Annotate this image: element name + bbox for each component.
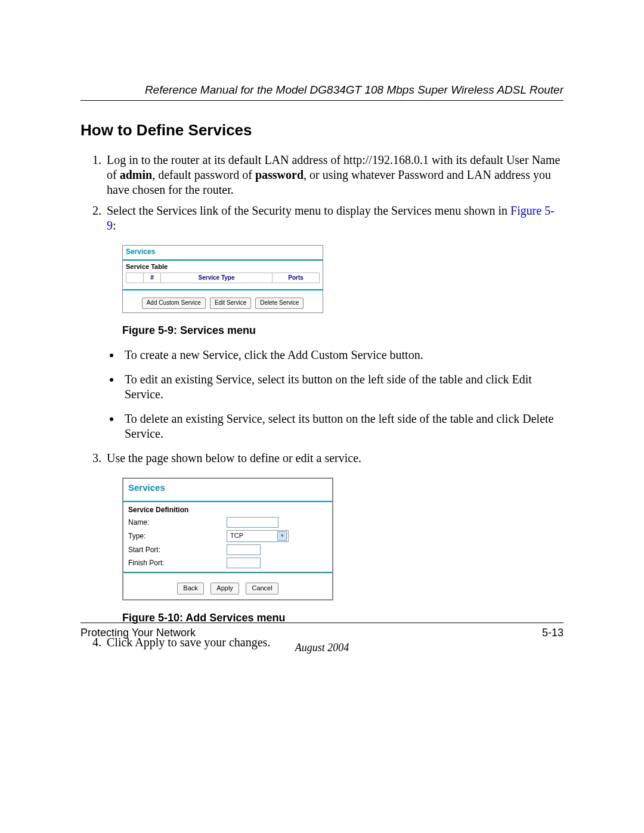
fig2-title: Services bbox=[123, 479, 332, 495]
chevron-down-icon: ▾ bbox=[277, 531, 287, 541]
fig2-row-start: Start Port: bbox=[123, 543, 332, 556]
step-3: Use the page shown below to define or ed… bbox=[104, 451, 564, 624]
bullet-1: To create a new Service, click the Add C… bbox=[121, 348, 564, 363]
type-select-value: TCP bbox=[230, 532, 243, 540]
fig2-label-start: Start Port: bbox=[128, 546, 227, 555]
fig1-rule2 bbox=[123, 289, 323, 290]
footer-right: 5-13 bbox=[542, 627, 564, 639]
step1-bold-admin: admin bbox=[120, 168, 152, 181]
footer-date: August 2004 bbox=[80, 642, 564, 654]
fig1-button-row: Add Custom Service Edit Service Delete S… bbox=[123, 293, 323, 312]
delete-service-button[interactable]: Delete Service bbox=[255, 298, 304, 309]
step-1: Log in to the router at its default LAN … bbox=[104, 153, 564, 197]
cancel-button[interactable]: Cancel bbox=[246, 583, 278, 594]
fig2-label-name: Name: bbox=[128, 518, 227, 527]
fig2-label-finish: Finish Port: bbox=[128, 559, 227, 568]
step-2: Select the Services link of the Security… bbox=[104, 203, 564, 441]
bullets-list: To create a new Service, click the Add C… bbox=[121, 348, 564, 441]
fig2-subtitle: Service Definition bbox=[123, 506, 332, 516]
step2-text-b: : bbox=[113, 219, 116, 232]
step1-text-b: , default password of bbox=[152, 168, 255, 181]
step1-bold-password: password bbox=[255, 168, 304, 181]
step3-text: Use the page shown below to define or ed… bbox=[107, 451, 361, 465]
fig1-subtitle: Service Table bbox=[123, 263, 323, 272]
finish-port-input[interactable] bbox=[227, 558, 261, 568]
figure-5-10-screenshot: Services Service Definition Name: Type: … bbox=[122, 478, 333, 600]
edit-service-button[interactable]: Edit Service bbox=[210, 298, 251, 309]
fig2-rule2 bbox=[123, 572, 332, 573]
name-input[interactable] bbox=[227, 517, 278, 528]
figure-5-9-screenshot: Services Service Table # Service Type Po… bbox=[122, 245, 323, 313]
section-title: How to Define Services bbox=[80, 121, 564, 140]
apply-button[interactable]: Apply bbox=[210, 583, 239, 594]
bullet-3: To delete an existing Service, select it… bbox=[121, 411, 564, 441]
fig2-row-finish: Finish Port: bbox=[123, 556, 332, 569]
bullet-2: To edit an existing Service, select its … bbox=[121, 372, 564, 402]
figure-5-9-caption: Figure 5-9: Services menu bbox=[122, 324, 564, 337]
fig1-col-num: # bbox=[144, 272, 161, 283]
footer-left: Protecting Your Network bbox=[80, 627, 196, 639]
add-custom-service-button[interactable]: Add Custom Service bbox=[142, 298, 206, 309]
back-button[interactable]: Back bbox=[177, 583, 203, 594]
fig2-row-type: Type: TCP ▾ bbox=[123, 529, 332, 543]
type-select[interactable]: TCP ▾ bbox=[227, 530, 289, 542]
fig1-rule bbox=[123, 259, 323, 261]
fig1-title: Services bbox=[123, 246, 323, 256]
fig1-col-radio bbox=[126, 272, 144, 283]
steps-list: Log in to the router at its default LAN … bbox=[80, 153, 564, 650]
page-footer: Protecting Your Network 5-13 August 2004 bbox=[80, 620, 564, 654]
fig2-rule bbox=[123, 501, 332, 502]
start-port-input[interactable] bbox=[227, 544, 261, 555]
fig1-col-servicetype: Service Type bbox=[161, 272, 273, 283]
fig1-col-ports: Ports bbox=[273, 272, 320, 283]
fig2-label-type: Type: bbox=[128, 532, 227, 541]
fig2-button-row: Back Apply Cancel bbox=[123, 577, 332, 599]
step2-text-a: Select the Services link of the Security… bbox=[107, 204, 510, 217]
fig2-row-name: Name: bbox=[123, 516, 332, 529]
page-header: Reference Manual for the Model DG834GT 1… bbox=[80, 83, 564, 101]
fig1-table: # Service Type Ports bbox=[126, 272, 320, 284]
